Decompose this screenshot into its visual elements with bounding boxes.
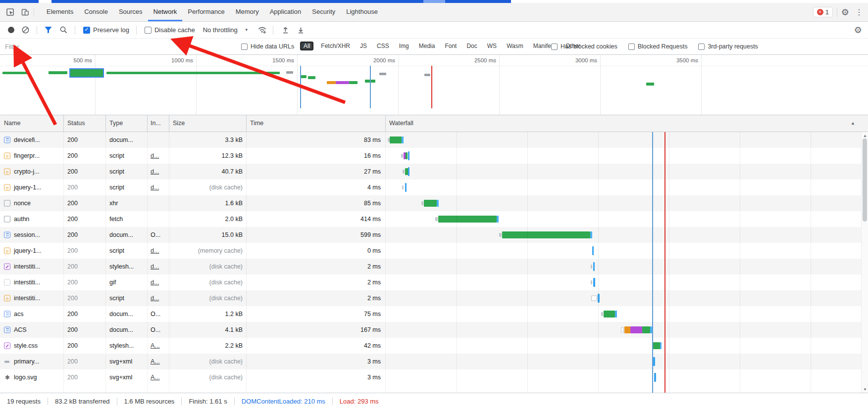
tab-performance[interactable]: Performance	[182, 3, 230, 21]
request-row[interactable]: acs200docum...O...1.2 kB75 ms	[0, 306, 868, 322]
request-name: authn	[14, 216, 29, 223]
record-button[interactable]	[8, 27, 14, 33]
request-row[interactable]: crypto-j...200scriptd...40.7 kB27 ms	[0, 164, 868, 180]
status-cell: 200	[67, 152, 78, 159]
request-row[interactable]: logo.svg200svg+xmlA...(disk cache)3 ms	[0, 369, 868, 385]
initiator-cell[interactable]: d...	[151, 168, 159, 175]
filter-chip-doc[interactable]: Doc	[464, 42, 479, 50]
request-row[interactable]: interstiti...200stylesh...d...(disk cach…	[0, 259, 868, 274]
filter-chip-font[interactable]: Font	[442, 42, 459, 50]
tab-application[interactable]: Application	[264, 3, 307, 21]
request-row[interactable]: authn200fetch2.0 kB414 ms	[0, 211, 868, 227]
tab-console[interactable]: Console	[79, 3, 113, 21]
filter-chip-media[interactable]: Media	[416, 42, 438, 50]
column-header-waterfall[interactable]: Waterfall	[389, 120, 413, 127]
request-row[interactable]: session...200docum...O...15.0 kB599 ms	[0, 227, 868, 243]
network-overview-timeline[interactable]: 500 ms1000 ms1500 ms2000 ms2500 ms3000 m…	[0, 55, 868, 115]
network-settings-gear-icon[interactable]: ⚙	[854, 26, 862, 35]
type-cell: svg+xml	[109, 374, 132, 381]
tab-sources[interactable]: Sources	[113, 3, 148, 21]
filter-chip-js[interactable]: JS	[357, 42, 369, 50]
request-row[interactable]: primary...200svg+xmlA...(disk cache)3 ms	[0, 354, 868, 369]
tab-memory[interactable]: Memory	[230, 3, 264, 21]
disable-cache-checkbox[interactable]: Disable cache	[145, 26, 195, 34]
request-row[interactable]: nonce200xhr1.6 kB85 ms	[0, 195, 868, 211]
filter-chip-all[interactable]: All	[300, 42, 313, 50]
column-divider	[105, 115, 106, 132]
waterfall-bar-cap	[590, 231, 592, 238]
request-row[interactable]: interstiti...200gifd...(disk cache)2 ms	[0, 274, 868, 290]
more-options-icon[interactable]: ⋮	[855, 8, 863, 16]
initiator-cell[interactable]: d...	[151, 263, 159, 270]
scrollbar-thumb[interactable]	[863, 138, 867, 222]
tab-lighthouse[interactable]: Lighthouse	[341, 3, 383, 21]
filter-checkboxes: Has blocked cookiesBlocked Requests3rd-p…	[551, 43, 758, 50]
throttling-select[interactable]: No throttling	[203, 26, 238, 34]
column-header-status[interactable]: Status	[67, 120, 85, 127]
request-row[interactable]: devicefi...200docum...3.3 kB83 ms	[0, 132, 868, 148]
scrollbar[interactable]: ▲ ▼	[861, 132, 868, 393]
filter-chip-ws[interactable]: WS	[485, 42, 499, 50]
request-row[interactable]: style.css200stylesh...A...2.2 kB42 ms	[0, 338, 868, 354]
request-name: interstiti...	[14, 263, 41, 270]
issues-badge[interactable]: × 1	[813, 7, 833, 17]
request-row[interactable]: fingerpr...200scriptd...12.3 kB16 ms	[0, 148, 868, 164]
tab-elements[interactable]: Elements	[41, 3, 79, 21]
column-header-size[interactable]: Size	[173, 120, 185, 127]
device-toolbar-icon[interactable]	[21, 8, 30, 17]
initiator-cell[interactable]: d...	[151, 279, 159, 286]
filter-chip-img[interactable]: Img	[397, 42, 411, 50]
column-header-name[interactable]: Name	[4, 120, 20, 127]
overview-bar-gray	[286, 71, 293, 74]
overview-bar-green	[106, 72, 280, 74]
request-row[interactable]: ACS200docum...O...4.1 kB167 ms	[0, 322, 868, 338]
scroll-down-icon[interactable]: ▼	[862, 387, 868, 392]
import-har-icon[interactable]	[281, 26, 290, 34]
initiator-cell[interactable]: A...	[151, 374, 160, 381]
waterfall-bar-tick	[499, 233, 502, 237]
clear-icon[interactable]	[21, 26, 30, 34]
column-header-time[interactable]: Time	[250, 120, 263, 127]
scroll-up-icon[interactable]: ▲	[862, 134, 868, 138]
request-row[interactable]: interstiti...200scriptd...(disk cache)2 …	[0, 290, 868, 306]
initiator-cell[interactable]: A...	[151, 342, 160, 349]
overview-bar-green	[301, 75, 306, 78]
status-cell: 200	[67, 358, 78, 365]
request-row[interactable]: jquery-1...200scriptd...(memory cache)0 …	[0, 243, 868, 259]
filter-chip-css[interactable]: CSS	[374, 42, 392, 50]
sort-indicator-icon[interactable]: ▲	[851, 121, 855, 126]
network-conditions-icon[interactable]	[257, 25, 267, 35]
initiator-cell[interactable]: d...	[151, 295, 159, 302]
settings-gear-icon[interactable]: ⚙	[841, 8, 849, 17]
hide-data-urls-checkbox[interactable]: Hide data URLs	[241, 43, 294, 50]
has-blocked-cookies-checkbox[interactable]: Has blocked cookies	[551, 43, 617, 50]
type-cell: script	[109, 168, 124, 175]
search-icon[interactable]	[59, 26, 68, 34]
initiator-cell[interactable]: d...	[151, 184, 159, 191]
filter-chip-fetch-xhr[interactable]: Fetch/XHR	[318, 42, 353, 50]
preserve-log-checkbox[interactable]: Preserve log	[83, 26, 129, 34]
request-name: primary...	[14, 358, 39, 365]
waterfall-bar-green	[604, 311, 615, 318]
request-name: jquery-1...	[14, 184, 42, 191]
column-header-type[interactable]: Type	[109, 120, 123, 127]
inspect-element-icon[interactable]	[6, 8, 15, 17]
export-har-icon[interactable]	[297, 26, 305, 34]
request-row[interactable]: jquery-1...200scriptd...(disk cache)4 ms	[0, 180, 868, 195]
3rd-party-requests-checkbox[interactable]: 3rd-party requests	[698, 43, 758, 50]
doc-file-icon	[4, 232, 10, 238]
initiator-cell[interactable]: A...	[151, 358, 160, 365]
tab-security[interactable]: Security	[306, 3, 341, 21]
filter-chip-wasm[interactable]: Wasm	[504, 42, 526, 50]
filter-input[interactable]: Filter	[5, 43, 19, 50]
initiator-cell[interactable]: d...	[151, 247, 159, 254]
blocked-requests-checkbox[interactable]: Blocked Requests	[628, 43, 688, 50]
filter-icon[interactable]	[44, 26, 52, 34]
script-file-icon	[4, 169, 10, 175]
column-header-in[interactable]: In...	[151, 120, 161, 127]
column-divider	[246, 115, 247, 132]
initiator-cell[interactable]: d...	[151, 152, 159, 159]
tab-network[interactable]: Network	[148, 3, 183, 21]
disable-cache-label: Disable cache	[154, 26, 195, 34]
chevron-down-icon[interactable]: ▼	[245, 28, 249, 32]
